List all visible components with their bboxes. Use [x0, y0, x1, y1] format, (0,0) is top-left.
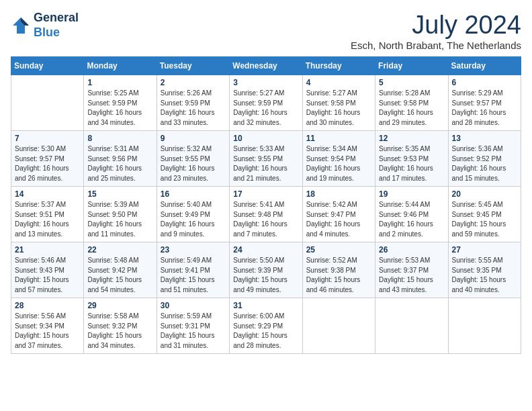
col-header-thursday: Thursday [302, 57, 375, 75]
calendar-table: SundayMondayTuesdayWednesdayThursdayFrid… [11, 56, 521, 354]
day-info: Sunrise: 5:30 AM Sunset: 9:57 PM Dayligh… [15, 144, 80, 183]
calendar-cell [11, 75, 84, 131]
day-info: Sunrise: 5:37 AM Sunset: 9:51 PM Dayligh… [15, 200, 80, 239]
calendar-cell: 25Sunrise: 5:52 AM Sunset: 9:38 PM Dayli… [302, 242, 375, 298]
location-title: Esch, North Brabant, The Netherlands [351, 40, 521, 51]
day-info: Sunrise: 5:39 AM Sunset: 9:50 PM Dayligh… [87, 200, 152, 239]
day-number: 5 [379, 78, 444, 87]
day-number: 8 [87, 134, 152, 143]
calendar-cell: 11Sunrise: 5:34 AM Sunset: 9:54 PM Dayli… [302, 131, 375, 187]
day-info: Sunrise: 5:28 AM Sunset: 9:58 PM Dayligh… [379, 89, 444, 128]
day-number: 1 [87, 78, 152, 87]
day-number: 19 [379, 189, 444, 199]
day-number: 6 [452, 78, 517, 87]
col-header-sunday: Sunday [11, 57, 84, 75]
day-number: 10 [233, 134, 298, 143]
day-info: Sunrise: 5:52 AM Sunset: 9:38 PM Dayligh… [306, 256, 371, 295]
day-info: Sunrise: 5:45 AM Sunset: 9:45 PM Dayligh… [452, 200, 517, 239]
day-number: 27 [452, 245, 517, 255]
day-number: 15 [87, 189, 152, 199]
day-info: Sunrise: 5:55 AM Sunset: 9:35 PM Dayligh… [452, 256, 517, 295]
title-area: July 2024 Esch, North Brabant, The Nethe… [351, 11, 521, 51]
day-info: Sunrise: 5:41 AM Sunset: 9:48 PM Dayligh… [233, 200, 298, 239]
calendar-cell: 22Sunrise: 5:48 AM Sunset: 9:42 PM Dayli… [84, 242, 157, 298]
day-info: Sunrise: 5:50 AM Sunset: 9:39 PM Dayligh… [233, 256, 298, 295]
col-header-wednesday: Wednesday [230, 57, 302, 75]
day-info: Sunrise: 5:25 AM Sunset: 9:59 PM Dayligh… [87, 89, 152, 128]
calendar-week-2: 7Sunrise: 5:30 AM Sunset: 9:57 PM Daylig… [11, 131, 521, 187]
calendar-cell: 7Sunrise: 5:30 AM Sunset: 9:57 PM Daylig… [11, 131, 84, 187]
calendar-cell: 6Sunrise: 5:29 AM Sunset: 9:57 PM Daylig… [448, 75, 521, 131]
day-number: 17 [233, 189, 298, 199]
day-info: Sunrise: 5:26 AM Sunset: 9:59 PM Dayligh… [161, 89, 226, 128]
calendar-cell: 18Sunrise: 5:42 AM Sunset: 9:47 PM Dayli… [302, 187, 375, 242]
day-number: 31 [233, 301, 298, 310]
day-info: Sunrise: 5:48 AM Sunset: 9:42 PM Dayligh… [87, 256, 152, 295]
calendar-cell: 17Sunrise: 5:41 AM Sunset: 9:48 PM Dayli… [230, 187, 302, 242]
day-number: 21 [15, 245, 80, 255]
day-info: Sunrise: 5:44 AM Sunset: 9:46 PM Dayligh… [379, 200, 444, 239]
calendar-cell: 20Sunrise: 5:45 AM Sunset: 9:45 PM Dayli… [448, 187, 521, 242]
calendar-cell [448, 298, 521, 354]
day-number: 9 [161, 134, 226, 143]
logo: General Blue [11, 11, 79, 40]
col-header-saturday: Saturday [448, 57, 521, 75]
col-header-tuesday: Tuesday [157, 57, 229, 75]
day-number: 23 [161, 245, 226, 255]
day-info: Sunrise: 5:36 AM Sunset: 9:52 PM Dayligh… [452, 144, 517, 183]
day-info: Sunrise: 5:53 AM Sunset: 9:37 PM Dayligh… [379, 256, 444, 295]
day-number: 24 [233, 245, 298, 255]
day-info: Sunrise: 5:59 AM Sunset: 9:31 PM Dayligh… [161, 312, 226, 351]
logo-icon [11, 15, 31, 36]
page-header: General Blue July 2024 Esch, North Braba… [11, 11, 521, 51]
calendar-cell [375, 298, 448, 354]
calendar-cell: 4Sunrise: 5:27 AM Sunset: 9:58 PM Daylig… [302, 75, 375, 131]
day-number: 25 [306, 245, 371, 255]
calendar-cell: 30Sunrise: 5:59 AM Sunset: 9:31 PM Dayli… [157, 298, 229, 354]
calendar-cell: 9Sunrise: 5:32 AM Sunset: 9:55 PM Daylig… [157, 131, 229, 187]
day-number: 16 [161, 189, 226, 199]
calendar-cell: 10Sunrise: 5:33 AM Sunset: 9:55 PM Dayli… [230, 131, 302, 187]
day-info: Sunrise: 5:58 AM Sunset: 9:32 PM Dayligh… [87, 312, 152, 351]
calendar-cell: 27Sunrise: 5:55 AM Sunset: 9:35 PM Dayli… [448, 242, 521, 298]
day-number: 3 [233, 78, 298, 87]
day-info: Sunrise: 5:33 AM Sunset: 9:55 PM Dayligh… [233, 144, 298, 183]
day-info: Sunrise: 5:40 AM Sunset: 9:49 PM Dayligh… [161, 200, 226, 239]
calendar-week-1: 1Sunrise: 5:25 AM Sunset: 9:59 PM Daylig… [11, 75, 521, 131]
day-number: 11 [306, 134, 371, 143]
day-info: Sunrise: 5:35 AM Sunset: 9:53 PM Dayligh… [379, 144, 444, 183]
calendar-cell: 15Sunrise: 5:39 AM Sunset: 9:50 PM Dayli… [84, 187, 157, 242]
day-info: Sunrise: 5:46 AM Sunset: 9:43 PM Dayligh… [15, 256, 80, 295]
day-number: 4 [306, 78, 371, 87]
day-info: Sunrise: 5:34 AM Sunset: 9:54 PM Dayligh… [306, 144, 371, 183]
calendar-week-4: 21Sunrise: 5:46 AM Sunset: 9:43 PM Dayli… [11, 242, 521, 298]
calendar-cell: 2Sunrise: 5:26 AM Sunset: 9:59 PM Daylig… [157, 75, 229, 131]
calendar-cell: 8Sunrise: 5:31 AM Sunset: 9:56 PM Daylig… [84, 131, 157, 187]
calendar-week-5: 28Sunrise: 5:56 AM Sunset: 9:34 PM Dayli… [11, 298, 521, 354]
day-info: Sunrise: 5:27 AM Sunset: 9:59 PM Dayligh… [233, 89, 298, 128]
day-number: 30 [161, 301, 226, 310]
day-number: 29 [87, 301, 152, 310]
day-info: Sunrise: 5:31 AM Sunset: 9:56 PM Dayligh… [87, 144, 152, 183]
day-info: Sunrise: 5:29 AM Sunset: 9:57 PM Dayligh… [452, 89, 517, 128]
day-info: Sunrise: 5:27 AM Sunset: 9:58 PM Dayligh… [306, 89, 371, 128]
col-header-monday: Monday [84, 57, 157, 75]
col-header-friday: Friday [375, 57, 448, 75]
logo-text: General Blue [34, 11, 79, 40]
month-title: July 2024 [351, 11, 521, 40]
calendar-cell: 16Sunrise: 5:40 AM Sunset: 9:49 PM Dayli… [157, 187, 229, 242]
calendar-cell: 26Sunrise: 5:53 AM Sunset: 9:37 PM Dayli… [375, 242, 448, 298]
calendar-cell: 13Sunrise: 5:36 AM Sunset: 9:52 PM Dayli… [448, 131, 521, 187]
day-number: 14 [15, 189, 80, 199]
calendar-cell: 3Sunrise: 5:27 AM Sunset: 9:59 PM Daylig… [230, 75, 302, 131]
calendar-cell: 1Sunrise: 5:25 AM Sunset: 9:59 PM Daylig… [84, 75, 157, 131]
day-number: 2 [161, 78, 226, 87]
calendar-cell: 12Sunrise: 5:35 AM Sunset: 9:53 PM Dayli… [375, 131, 448, 187]
calendar-cell [302, 298, 375, 354]
calendar-cell: 14Sunrise: 5:37 AM Sunset: 9:51 PM Dayli… [11, 187, 84, 242]
calendar-cell: 28Sunrise: 5:56 AM Sunset: 9:34 PM Dayli… [11, 298, 84, 354]
calendar-header-row: SundayMondayTuesdayWednesdayThursdayFrid… [11, 57, 521, 75]
calendar-cell: 5Sunrise: 5:28 AM Sunset: 9:58 PM Daylig… [375, 75, 448, 131]
calendar-cell: 23Sunrise: 5:49 AM Sunset: 9:41 PM Dayli… [157, 242, 229, 298]
day-number: 13 [452, 134, 517, 143]
